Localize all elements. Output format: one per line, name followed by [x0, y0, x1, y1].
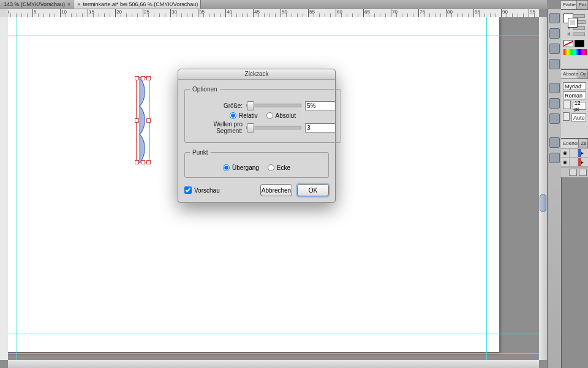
color-panel: C M Y K	[561, 10, 588, 69]
selection-handle[interactable]	[135, 118, 139, 123]
waves-slider[interactable]	[246, 126, 301, 129]
leading-field[interactable]: Auto	[571, 113, 586, 121]
selection-handle[interactable]	[135, 160, 139, 164]
options-legend: Optionen	[190, 86, 220, 93]
selection-handle[interactable]	[141, 160, 145, 164]
point-group: Punkt Übergang Ecke	[184, 149, 329, 178]
right-panel-area: Farbe Far C M Y K	[548, 0, 588, 368]
options-group: Optionen Größe: Relativ Absolut Wellen p…	[184, 86, 341, 143]
guide-vertical[interactable]	[486, 17, 487, 360]
selection-handle[interactable]	[146, 160, 151, 164]
dock-icon[interactable]	[549, 28, 560, 39]
layers-panel: ◉ ▸ ◉ ▸	[561, 148, 588, 176]
slider-knob[interactable]	[247, 123, 254, 132]
dock-icon[interactable]	[549, 113, 560, 124]
tab-ebenen[interactable]: Ebenen	[561, 139, 579, 148]
guide-horizontal[interactable]	[8, 353, 539, 354]
absolute-radio[interactable]: Absolut	[266, 112, 296, 119]
dock-icon[interactable]	[549, 59, 560, 69]
eye-icon[interactable]: ◉	[561, 149, 570, 157]
ok-button[interactable]: OK	[297, 184, 329, 196]
dock-icon[interactable]	[549, 44, 560, 54]
transition-radio[interactable]: Übergang	[223, 164, 259, 171]
preview-label: Vorschau	[194, 187, 220, 194]
selection-handle[interactable]	[146, 118, 151, 123]
leading-icon	[563, 112, 570, 121]
ruler-origin[interactable]	[0, 9, 9, 18]
selected-zigzag-shape[interactable]	[137, 78, 149, 163]
k-label: K	[567, 31, 570, 37]
scrollbar-vertical[interactable]	[538, 17, 547, 360]
k-slider[interactable]	[573, 33, 585, 36]
cancel-label: Abbrechen	[262, 187, 291, 194]
corner-radio-input[interactable]	[268, 164, 274, 171]
ok-label: OK	[309, 187, 317, 194]
transition-radio-input[interactable]	[223, 164, 230, 171]
ruler-horizontal[interactable]: 05101520253035404550556065707580859095	[8, 9, 539, 18]
layer-row[interactable]: ◉ ▸	[561, 158, 588, 167]
font-family-field[interactable]: Myriad	[563, 82, 586, 90]
dialog-title[interactable]: Zickzack	[178, 69, 335, 80]
preview-checkbox[interactable]: Vorschau	[184, 186, 220, 194]
ruler-vertical[interactable]	[0, 17, 9, 360]
size-input[interactable]	[305, 101, 336, 110]
absolute-radio-input[interactable]	[266, 112, 273, 119]
close-icon[interactable]: ×	[67, 0, 70, 9]
color-panel-tabs: Farbe Far	[561, 0, 588, 10]
black-color-icon[interactable]	[575, 40, 584, 47]
tab-label: 143 % (CMYK/Vorschau)	[4, 0, 65, 9]
fill-stroke-swatch[interactable]	[564, 13, 565, 27]
expand-icon[interactable]: ▸	[581, 159, 584, 165]
font-size-field[interactable]: 12 pt	[573, 102, 586, 110]
slider-knob[interactable]	[247, 101, 254, 110]
stroke-swatch[interactable]	[568, 18, 578, 28]
new-layer-icon[interactable]	[569, 169, 577, 176]
c-slider[interactable]	[573, 14, 585, 18]
corner-radio[interactable]: Ecke	[268, 164, 290, 171]
dock-icon[interactable]	[549, 137, 560, 148]
document-tab-inactive[interactable]: 143 % (CMYK/Vorschau) ×	[0, 0, 74, 9]
layer-row[interactable]: ◉ ▸	[561, 148, 588, 158]
dock-icon[interactable]	[549, 153, 560, 163]
waves-input[interactable]	[305, 123, 336, 132]
selection-handle[interactable]	[141, 76, 145, 80]
lock-cell[interactable]	[570, 158, 578, 166]
close-icon[interactable]: ×	[77, 0, 80, 9]
relative-radio-input[interactable]	[230, 112, 236, 119]
dock-icon[interactable]	[549, 13, 560, 23]
selection-handle[interactable]	[135, 76, 139, 80]
cancel-button[interactable]: Abbrechen	[260, 184, 292, 196]
tab-absatz[interactable]: Absatz	[561, 70, 578, 79]
preview-checkbox-input[interactable]	[184, 186, 192, 194]
font-style-field[interactable]: Roman	[563, 91, 586, 99]
corner-label: Ecke	[277, 164, 290, 171]
eye-icon[interactable]: ◉	[561, 158, 570, 166]
guide-horizontal[interactable]	[8, 36, 539, 36]
none-color-icon[interactable]	[564, 40, 573, 47]
scrollbar-thumb[interactable]	[540, 194, 546, 212]
waves-label: Wellen pro Segment:	[190, 121, 246, 134]
zigzag-dialog: Zickzack Optionen Größe: Relativ Absolut…	[178, 69, 336, 203]
size-slider[interactable]	[246, 104, 301, 107]
delete-layer-icon[interactable]	[579, 169, 587, 176]
scrollbar-horizontal[interactable]	[8, 359, 539, 368]
guide-horizontal[interactable]	[8, 334, 539, 334]
tab-ebenen2[interactable]: Ze	[579, 139, 588, 148]
document-tab-bar: 143 % (CMYK/Vorschau) × × terminkarte.ai…	[0, 0, 547, 10]
lock-cell[interactable]	[570, 149, 578, 157]
document-tab-active[interactable]: × terminkarte.ai* bei 506,66 % (CMYK/Vor…	[74, 0, 201, 9]
tab-farbe[interactable]: Farbe	[561, 1, 577, 9]
size-label: Größe:	[190, 102, 246, 109]
dock-icon[interactable]	[549, 83, 560, 93]
spectrum-bar[interactable]	[564, 49, 587, 55]
expand-icon[interactable]: ▸	[581, 150, 584, 156]
relative-radio[interactable]: Relativ	[230, 112, 258, 119]
font-size-icon	[563, 101, 571, 109]
panel-stack: Farbe Far C M Y K	[561, 0, 588, 368]
selection-handle[interactable]	[146, 76, 151, 80]
tab-farbe2[interactable]: Far	[577, 1, 588, 9]
tab-absatz2[interactable]: Op	[578, 70, 588, 79]
absatz-panel-tabs: Absatz Op	[561, 69, 588, 79]
dock-icon[interactable]	[549, 98, 560, 109]
guide-vertical[interactable]	[17, 17, 17, 360]
